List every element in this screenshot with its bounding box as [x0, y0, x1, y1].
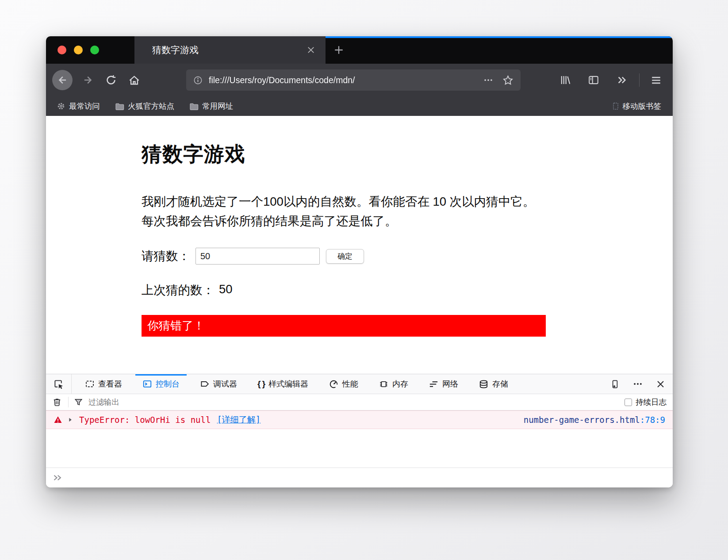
devtools-controls	[610, 374, 673, 394]
new-tab-button[interactable]	[333, 44, 345, 56]
console-icon	[142, 379, 152, 389]
site-info-icon[interactable]	[193, 76, 203, 85]
inspector-icon	[85, 379, 95, 389]
debugger-icon	[200, 379, 210, 389]
bookmark-mobile-bookmarks[interactable]: 移动版书签	[612, 101, 662, 111]
bookmark-firefox-official[interactable]: 火狐官方站点	[115, 101, 174, 111]
console-input-row[interactable]	[46, 468, 673, 487]
error-learn-more-link[interactable]: [详细了解]	[217, 414, 261, 426]
last-guess-label: 上次猜的数：	[142, 282, 215, 298]
back-button[interactable]	[52, 70, 73, 90]
tab-label: 控制台	[156, 379, 180, 389]
persist-logs-label: 持续日志	[636, 397, 667, 407]
bookmark-label: 火狐官方站点	[128, 101, 174, 111]
persist-logs-toggle[interactable]: 持续日志	[625, 397, 667, 407]
forward-button[interactable]	[82, 74, 94, 86]
gear-icon	[57, 102, 65, 111]
braces-icon: { }	[257, 379, 265, 389]
memory-icon	[379, 379, 389, 389]
sidebar-toggle-icon[interactable]	[588, 74, 599, 86]
url-bar[interactable]: file:///Users/roy/Documents/code/mdn/	[186, 69, 521, 91]
reload-button[interactable]	[105, 74, 117, 86]
guess-label: 请猜数：	[142, 248, 190, 264]
guess-input[interactable]	[195, 248, 320, 265]
devtools-close-icon[interactable]	[655, 379, 666, 389]
browser-tab[interactable]: 猜数字游戏	[134, 36, 326, 64]
tab-inspector[interactable]: 查看器	[78, 374, 129, 394]
menu-icon[interactable]	[650, 74, 662, 86]
navigation-toolbar: file:///Users/roy/Documents/code/mdn/	[46, 64, 673, 96]
error-source-file[interactable]: number-game-errors.html	[524, 415, 640, 425]
folder-icon	[189, 102, 199, 111]
devtools-tabbar: 查看器 控制台 调试器 { } 样式编辑器 性能 内存	[46, 374, 673, 394]
tab-network[interactable]: 网络	[421, 374, 465, 394]
page-title: 猜数字游戏	[142, 141, 673, 168]
toolbar-separator	[639, 73, 640, 87]
tab-storage[interactable]: 存储	[471, 374, 515, 394]
library-icon[interactable]	[559, 74, 571, 86]
zoom-window-button[interactable]	[90, 46, 99, 54]
storage-icon	[479, 379, 489, 389]
expand-stack-icon[interactable]	[67, 417, 73, 423]
tab-performance[interactable]: 性能	[322, 374, 365, 394]
tab-debugger[interactable]: 调试器	[193, 374, 244, 394]
intro-paragraph: 我刚才随机选定了一个100以内的自然数。看你能否在 10 次以内猜中它。每次我都…	[142, 192, 543, 231]
folder-icon	[115, 102, 124, 111]
error-warning-icon	[54, 415, 62, 424]
tab-title: 猜数字游戏	[152, 44, 306, 56]
console-expand-chevrons-icon[interactable]	[52, 472, 63, 483]
tab-close-icon[interactable]	[306, 45, 316, 55]
tab-style-editor[interactable]: { } 样式编辑器	[250, 374, 315, 394]
bookmark-common-sites[interactable]: 常用网址	[189, 101, 233, 111]
browser-window: 猜数字游戏 file:///Users/roy/Documents/code/m…	[46, 36, 673, 487]
bookmarks-bar: 最常访问 火狐官方站点 常用网址 移动版书签	[46, 96, 673, 116]
responsive-design-icon[interactable]	[610, 379, 620, 389]
console-error-row: TypeError: lowOrHi is null [详细了解] number…	[46, 410, 673, 429]
home-button[interactable]	[128, 74, 140, 86]
devtools-meatball-menu-icon[interactable]	[632, 379, 643, 389]
bookmark-label: 常用网址	[202, 101, 233, 111]
tab-label: 网络	[442, 379, 458, 389]
result-banner: 你猜错了！	[142, 315, 546, 337]
bookmark-label: 移动版书签	[623, 101, 662, 111]
performance-icon	[329, 379, 339, 389]
mobile-device-icon	[612, 102, 620, 110]
console-filter-bar: 持续日志	[46, 394, 673, 410]
error-source-link[interactable]: number-game-errors.html:78:9	[524, 415, 665, 425]
url-text[interactable]: file:///Users/roy/Documents/code/mdn/	[209, 75, 479, 85]
filter-separator	[68, 397, 69, 407]
tab-label: 查看器	[98, 379, 122, 389]
page-content: 猜数字游戏 我刚才随机选定了一个100以内的自然数。看你能否在 10 次以内猜中…	[46, 116, 673, 374]
persist-logs-checkbox[interactable]	[625, 399, 632, 406]
tab-label: 调试器	[213, 379, 237, 389]
close-window-button[interactable]	[57, 46, 66, 54]
bookmark-label: 最常访问	[69, 101, 100, 111]
node-picker-icon[interactable]	[46, 374, 71, 394]
tab-label: 样式编辑器	[268, 379, 308, 389]
tab-label: 存储	[492, 379, 508, 389]
bookmark-star-icon[interactable]	[502, 75, 513, 86]
title-bar: 猜数字游戏	[46, 36, 673, 64]
minimize-window-button[interactable]	[74, 46, 83, 54]
tab-console[interactable]: 控制台	[135, 374, 187, 394]
last-guess-value: 50	[219, 282, 233, 298]
submit-guess-button[interactable]: 确定	[326, 249, 364, 264]
filter-output-input[interactable]	[88, 398, 625, 407]
devtools-panel: 查看器 控制台 调试器 { } 样式编辑器 性能 内存	[46, 374, 673, 487]
tab-memory[interactable]: 内存	[372, 374, 415, 394]
tab-label: 性能	[342, 379, 358, 389]
toolbar-overflow-icon[interactable]	[616, 74, 628, 86]
guess-form: 请猜数： 确定	[142, 248, 673, 265]
network-icon	[429, 379, 439, 389]
error-source-position[interactable]: :78:9	[640, 415, 665, 425]
devtools-separator	[71, 374, 72, 394]
page-actions-icon[interactable]	[483, 75, 494, 85]
bookmark-most-visited[interactable]: 最常访问	[57, 101, 100, 111]
clear-console-icon[interactable]	[52, 397, 62, 407]
filter-funnel-icon[interactable]	[74, 398, 83, 407]
tab-label: 内存	[392, 379, 408, 389]
console-output-area[interactable]	[46, 429, 673, 468]
error-message: TypeError: lowOrHi is null	[79, 415, 211, 425]
last-guess-row: 上次猜的数： 50	[142, 282, 673, 298]
